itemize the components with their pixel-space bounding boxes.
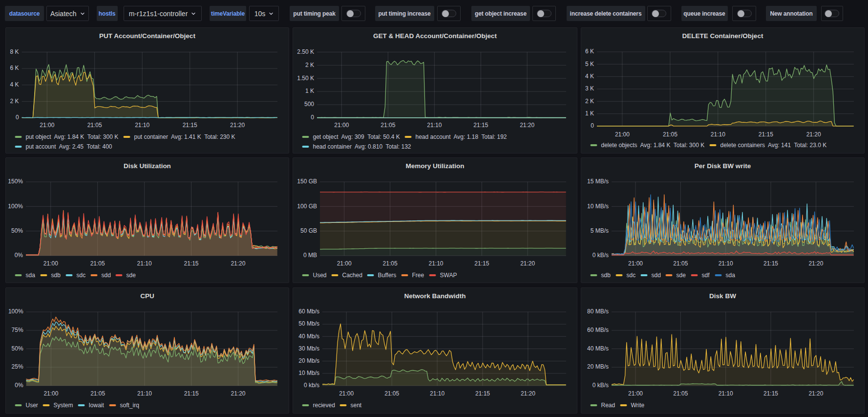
svg-text:21:00: 21:00 xyxy=(43,260,58,267)
svg-text:3 K: 3 K xyxy=(585,85,594,92)
svg-text:21:20: 21:20 xyxy=(230,122,245,129)
svg-text:21:10: 21:10 xyxy=(719,390,733,397)
svg-text:21:15: 21:15 xyxy=(759,131,773,138)
svg-text:21:00: 21:00 xyxy=(628,390,643,397)
svg-text:21:15: 21:15 xyxy=(475,390,490,397)
svg-text:21:20: 21:20 xyxy=(521,390,535,397)
svg-text:21:05: 21:05 xyxy=(673,390,688,397)
svg-text:21:10: 21:10 xyxy=(137,390,152,397)
svg-text:sdc: sdc xyxy=(77,272,86,279)
svg-text:50%: 50% xyxy=(11,227,23,234)
svg-text:sde: sde xyxy=(677,272,686,279)
svg-text:100%: 100% xyxy=(8,203,23,210)
svg-text:2 K: 2 K xyxy=(10,98,19,105)
svg-text:put object Avg: 1.84 K Total: put object Avg: 1.84 K Total: 300 K xyxy=(26,133,119,140)
svg-text:0 kb/s: 0 kb/s xyxy=(304,382,319,389)
svg-text:sde: sde xyxy=(127,272,136,279)
svg-text:500: 500 xyxy=(304,101,314,108)
svg-text:25%: 25% xyxy=(12,363,23,370)
svg-text:put account Avg: 2.45 Total:: put account Avg: 2.45 Total: 400 xyxy=(26,143,112,150)
svg-text:Write: Write xyxy=(631,402,645,409)
svg-text:100%: 100% xyxy=(8,308,23,315)
svg-text:21:05: 21:05 xyxy=(90,260,105,267)
svg-text:sdd: sdd xyxy=(652,272,661,279)
svg-text:head account Avg: 1.18 Total: head account Avg: 1.18 Total: 192 xyxy=(416,133,507,140)
svg-text:2 K: 2 K xyxy=(585,98,594,105)
svg-text:50 GB: 50 GB xyxy=(300,227,317,234)
svg-text:Free: Free xyxy=(412,272,424,279)
svg-text:21:00: 21:00 xyxy=(43,390,58,397)
svg-text:21:20: 21:20 xyxy=(808,260,823,267)
svg-text:0%: 0% xyxy=(15,252,23,259)
svg-text:80 MB/s: 80 MB/s xyxy=(587,308,609,315)
svg-text:User: User xyxy=(26,402,38,409)
svg-text:sdd: sdd xyxy=(102,272,111,279)
svg-text:20 MB/s: 20 MB/s xyxy=(587,363,609,370)
svg-text:21:20: 21:20 xyxy=(520,122,534,129)
svg-text:soft_irq: soft_irq xyxy=(120,402,139,409)
svg-text:0: 0 xyxy=(311,114,314,121)
svg-text:System: System xyxy=(54,402,73,409)
svg-text:5 MB/s: 5 MB/s xyxy=(591,227,609,234)
svg-text:60 MB/s: 60 MB/s xyxy=(587,327,609,333)
svg-text:21:10: 21:10 xyxy=(711,131,725,138)
svg-text:sdf: sdf xyxy=(702,272,710,279)
svg-text:21:10: 21:10 xyxy=(719,260,733,267)
svg-text:21:05: 21:05 xyxy=(384,390,399,397)
svg-text:15 MB/s: 15 MB/s xyxy=(587,178,609,185)
svg-text:get object Avg: 309 Total: 5: get object Avg: 309 Total: 50.4 K xyxy=(313,133,400,140)
svg-text:21:10: 21:10 xyxy=(135,122,149,129)
svg-text:sdb: sdb xyxy=(601,272,611,279)
svg-text:Read: Read xyxy=(601,402,615,409)
svg-text:40 Mb/s: 40 Mb/s xyxy=(298,333,319,340)
svg-text:1.50 K: 1.50 K xyxy=(297,75,314,82)
svg-text:sdc: sdc xyxy=(627,272,636,279)
svg-text:21:20: 21:20 xyxy=(231,390,245,397)
svg-text:SWAP: SWAP xyxy=(440,272,457,279)
svg-text:1 K: 1 K xyxy=(585,110,594,117)
svg-text:4 K: 4 K xyxy=(10,81,19,88)
svg-text:0 MB: 0 MB xyxy=(303,252,317,259)
svg-text:21:15: 21:15 xyxy=(763,260,778,267)
svg-text:sdb: sdb xyxy=(51,272,61,279)
svg-text:21:00: 21:00 xyxy=(628,260,643,267)
svg-text:4 K: 4 K xyxy=(585,73,594,80)
svg-text:sda: sda xyxy=(26,272,36,279)
svg-text:5 K: 5 K xyxy=(585,61,594,67)
svg-text:50 Mb/s: 50 Mb/s xyxy=(298,320,319,327)
svg-text:21:10: 21:10 xyxy=(137,260,152,267)
svg-text:6 K: 6 K xyxy=(10,65,19,71)
svg-text:6 K: 6 K xyxy=(585,48,594,55)
svg-text:10 Mb/s: 10 Mb/s xyxy=(298,370,319,376)
svg-text:21:00: 21:00 xyxy=(40,122,54,129)
svg-text:Used: Used xyxy=(313,272,327,279)
svg-text:21:00: 21:00 xyxy=(334,122,349,129)
svg-text:sda: sda xyxy=(726,272,736,279)
svg-text:30 Mb/s: 30 Mb/s xyxy=(298,345,319,352)
svg-text:40 MB/s: 40 MB/s xyxy=(587,345,609,352)
svg-text:21:20: 21:20 xyxy=(808,390,823,397)
svg-text:150 GB: 150 GB xyxy=(297,178,317,185)
svg-text:21:00: 21:00 xyxy=(615,131,630,138)
svg-text:20 Mb/s: 20 Mb/s xyxy=(298,357,319,364)
svg-text:75%: 75% xyxy=(12,327,23,333)
svg-text:21:15: 21:15 xyxy=(184,260,198,267)
svg-text:21:05: 21:05 xyxy=(673,260,688,267)
svg-text:21:00: 21:00 xyxy=(337,260,352,267)
svg-text:21:15: 21:15 xyxy=(183,122,197,129)
svg-text:2 K: 2 K xyxy=(305,62,314,68)
svg-text:put container Avg: 1.41 K To: put container Avg: 1.41 K Total: 230 K xyxy=(134,133,235,140)
svg-text:2.50 K: 2.50 K xyxy=(297,48,314,55)
svg-text:Iowait: Iowait xyxy=(89,402,105,409)
svg-text:21:05: 21:05 xyxy=(381,122,395,129)
svg-text:21:05: 21:05 xyxy=(663,131,677,138)
svg-text:10 MB/s: 10 MB/s xyxy=(587,203,609,210)
svg-text:21:10: 21:10 xyxy=(427,122,442,129)
svg-text:0: 0 xyxy=(16,114,19,121)
svg-text:0 kB/s: 0 kB/s xyxy=(593,252,609,259)
svg-text:21:05: 21:05 xyxy=(90,390,105,397)
svg-text:21:15: 21:15 xyxy=(763,390,778,397)
svg-text:21:20: 21:20 xyxy=(806,131,821,138)
svg-text:21:15: 21:15 xyxy=(473,122,488,129)
svg-text:60 Mb/s: 60 Mb/s xyxy=(298,308,319,315)
